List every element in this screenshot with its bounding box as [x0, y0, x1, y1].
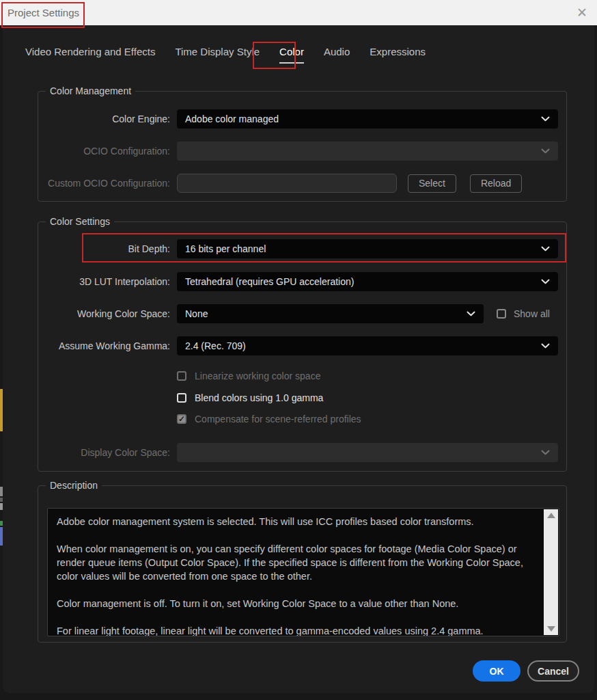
row-3d-lut-interpolation: 3D LUT Interpolation: Tetrahedral (requi… [38, 272, 558, 291]
ok-button[interactable]: OK [473, 660, 520, 682]
group-description: Description Adobe color management syste… [38, 485, 567, 643]
show-all-checkbox-row[interactable]: Show all [497, 308, 550, 319]
3d-lut-interpolation-dropdown[interactable]: Tetrahedral (requires GPU acceleration) [177, 272, 558, 291]
tab-bar: Video Rendering and Effects Time Display… [25, 46, 426, 64]
desktop-sliver [0, 503, 3, 510]
group-color-management: Color Management Color Engine: Adobe col… [38, 91, 567, 202]
chevron-down-icon [541, 450, 550, 455]
group-legend: Description [46, 480, 102, 491]
linearize-working-color-space-checkbox [177, 371, 186, 381]
row-assume-working-gamma: Assume Working Gamma: 2.4 (Rec. 709) [38, 336, 558, 355]
tab-expressions[interactable]: Expressions [370, 46, 426, 64]
compensate-scene-referred-checkbox: ✓ [177, 414, 186, 424]
row-ocio-configuration: OCIO Configuration: [38, 142, 558, 161]
chevron-down-icon [467, 311, 475, 317]
bit-depth-label: Bit Depth: [38, 243, 170, 254]
description-paragraph: Adobe color management system is selecte… [57, 515, 537, 528]
working-color-space-label: Working Color Space: [38, 308, 170, 319]
desktop-sliver [0, 521, 3, 526]
tab-color[interactable]: Color [279, 46, 304, 64]
tab-video-rendering-and-effects[interactable]: Video Rendering and Effects [25, 46, 155, 64]
row-bit-depth: Bit Depth: 16 bits per channel [38, 239, 558, 258]
show-all-label: Show all [514, 308, 550, 319]
ocio-configuration-label: OCIO Configuration: [38, 146, 170, 157]
desktop-sliver [0, 527, 3, 546]
description-text-panel: Adobe color management system is selecte… [47, 508, 559, 636]
color-engine-dropdown[interactable]: Adobe color managed [177, 109, 558, 129]
blend-colors-checkbox[interactable] [177, 393, 186, 403]
chevron-down-icon [541, 343, 550, 349]
blend-colors-checkbox-row[interactable]: Blend colors using 1.0 gamma [177, 392, 323, 404]
chevron-down-icon [541, 279, 550, 284]
row-working-color-space: Working Color Space: None Show all [38, 304, 558, 323]
custom-ocio-configuration-input [177, 174, 397, 193]
scroll-up-icon[interactable] [547, 513, 555, 518]
cancel-button[interactable]: Cancel [527, 660, 579, 682]
bit-depth-dropdown[interactable]: 16 bits per channel [177, 239, 558, 258]
close-icon[interactable]: ✕ [577, 6, 587, 19]
reload-button[interactable]: Reload [470, 174, 522, 193]
row-custom-ocio-configuration: Custom OCIO Configuration: Select Reload [38, 174, 558, 193]
vertical-scrollbar[interactable] [544, 509, 558, 635]
window-title: Project Settings [8, 7, 79, 18]
display-color-space-dropdown [177, 443, 558, 462]
assume-working-gamma-dropdown[interactable]: 2.4 (Rec. 709) [177, 336, 558, 355]
desktop-sliver [0, 389, 3, 431]
compensate-scene-referred-checkbox-row: ✓ Compensate for scene-referred profiles [177, 413, 361, 425]
assume-working-gamma-label: Assume Working Gamma: [38, 340, 170, 351]
chevron-down-icon [541, 148, 550, 154]
select-button[interactable]: Select [408, 174, 456, 193]
row-color-engine: Color Engine: Adobe color managed [38, 109, 558, 129]
group-legend: Color Management [46, 85, 135, 96]
3d-lut-interpolation-label: 3D LUT Interpolation: [38, 276, 170, 287]
ocio-configuration-dropdown [177, 142, 558, 161]
show-all-checkbox[interactable] [497, 309, 506, 319]
linearize-working-color-space-checkbox-row: Linearize working color space [177, 370, 320, 382]
tab-audio[interactable]: Audio [324, 46, 350, 64]
group-color-settings: Color Settings Bit Depth: 16 bits per ch… [38, 221, 567, 472]
chevron-down-icon [541, 116, 550, 122]
titlebar: Project Settings ✕ [0, 0, 597, 25]
row-display-color-space: Display Color Space: [38, 443, 558, 462]
group-legend: Color Settings [46, 216, 114, 227]
desktop-sliver [0, 487, 3, 496]
description-paragraph: Color management is off. To turn it on, … [57, 597, 537, 610]
color-engine-label: Color Engine: [38, 113, 170, 124]
working-color-space-dropdown[interactable]: None [177, 304, 484, 323]
chevron-down-icon [541, 246, 550, 252]
scroll-down-icon[interactable] [547, 626, 555, 632]
desktop-sliver [0, 498, 3, 502]
tab-time-display-style[interactable]: Time Display Style [175, 46, 260, 64]
display-color-space-label: Display Color Space: [38, 447, 170, 458]
description-paragraph: For linear light footage, linear light w… [57, 624, 537, 636]
project-settings-dialog: Video Rendering and Effects Time Display… [3, 25, 594, 693]
description-paragraph: When color management is on, you can spe… [57, 542, 537, 583]
custom-ocio-configuration-label: Custom OCIO Configuration: [38, 178, 170, 189]
